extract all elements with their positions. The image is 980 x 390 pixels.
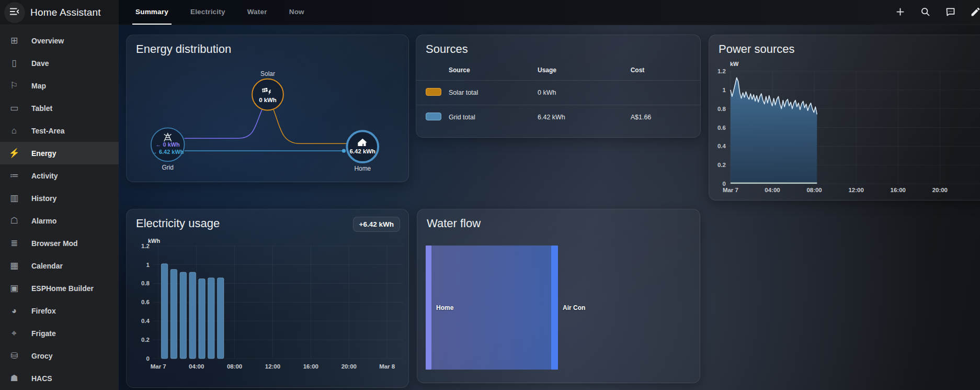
svg-text:0.2: 0.2 [717,162,726,168]
sidebar-item-label: Grocy [31,352,52,360]
home-node-value: 6.42 kWh [350,148,376,154]
sidebar-item-overview[interactable]: ⊞Overview [0,29,119,52]
app-title: Home Assistant [30,7,101,18]
water-flow-card: Water flow Home Air Con [417,209,700,383]
electricity-bar-01:00[interactable] [170,270,177,359]
store-icon: ☗ [8,373,20,384]
svg-text:1: 1 [146,262,150,268]
chat-icon [945,6,956,19]
grid-consumed-value: → 6.42 kWh [152,149,184,155]
dashboard-icon: ⊞ [8,35,20,46]
svg-text:16:00: 16:00 [303,363,318,370]
shield-icon: ☖ [8,215,20,226]
sidebar-item-frigate[interactable]: ⌖Frigate [0,322,119,344]
electricity-bar-05:00[interactable] [208,278,214,359]
grid-node-label: Grid [162,164,174,171]
energy-distribution-card: Energy distribution Solar 0 kWh [126,35,409,182]
sidebar-item-calendar[interactable]: ▦Calendar [0,254,119,277]
sidebar-item-alarmo[interactable]: ☖Alarmo [0,209,119,232]
tab-electricity[interactable]: Electricity [187,0,229,25]
sidebar-item-map[interactable]: ⚐Map [0,74,119,97]
grid-return-value: ← 0 kWh [156,141,180,148]
svg-text:0.6: 0.6 [141,299,150,305]
edit-dashboard-button[interactable] [964,2,980,24]
sidebar-item-esphome-builder[interactable]: ▣ESPHome Builder [0,277,119,299]
svg-text:08:00: 08:00 [806,187,822,193]
electricity-usage-card: Electricity usage +6.42 kWh kWh Mar 704:… [126,209,409,388]
topbar-actions [889,0,980,25]
svg-text:1.2: 1.2 [141,243,150,249]
sidebar-toggle-button[interactable] [4,2,25,23]
usage-column-header: Usage [538,61,631,81]
sidebar-item-label: History [31,194,56,203]
search-button[interactable] [914,2,936,24]
source-column-header: Source [449,61,538,81]
sources-title: Sources [416,35,700,56]
sidebar-list: ⊞Overview▯Dave⚐Map▭Tablet⌂Test-Area⚡Ener… [0,25,119,389]
sidebar-item-label: Alarmo [31,217,56,225]
sidebar-item-hacs[interactable]: ☗HACS [0,367,119,389]
svg-text:20:00: 20:00 [932,187,948,193]
svg-text:20:00: 20:00 [341,363,357,370]
sidebar-item-label: Map [31,82,46,90]
tab-now[interactable]: Now [286,0,307,25]
flow-endpoint-dot [342,149,346,153]
electricity-bar-02:00[interactable] [180,272,186,359]
solar-to-home-flow-line [274,109,346,143]
power-sources-chart: 00.20.40.60.811.2Mar 704:0008:0012:0016:… [709,35,980,200]
sidebar-item-firefox[interactable]: ◕Firefox [0,299,119,322]
sources-card: Sources Source Usage Cost Solar total0 k… [416,35,701,138]
water-source-node[interactable] [426,246,431,370]
device-icon: ▯ [8,58,20,69]
assist-button[interactable] [939,2,961,24]
svg-text:0.2: 0.2 [141,337,150,343]
water-target-label: Air Con [563,304,585,311]
calendar-icon: ▦ [8,260,20,271]
svg-text:Mar 8: Mar 8 [379,363,395,370]
add-button[interactable] [889,2,911,24]
home-node[interactable]: 6.42 kWh Home [347,131,378,172]
sidebar-item-browser-mod[interactable]: ≣Browser Mod [0,232,119,254]
svg-text:12:00: 12:00 [265,363,280,370]
chip-icon: ▣ [8,283,20,294]
sidebar-item-energy[interactable]: ⚡Energy [0,142,119,164]
electricity-bar-04:00[interactable] [199,279,205,359]
sidebar-item-history[interactable]: ▥History [0,187,119,209]
tab-water[interactable]: Water [244,0,270,25]
energy-icon: ⚡ [8,148,20,159]
solar-node-label: Solar [260,70,275,77]
source-cost [631,81,700,105]
electricity-bar-03:00[interactable] [189,272,196,359]
map-icon: ⚐ [8,80,20,91]
svg-text:0.8: 0.8 [717,106,726,112]
sidebar-item-tablet[interactable]: ▭Tablet [0,97,119,119]
sidebar-item-grocy[interactable]: ⛁Grocy [0,344,119,367]
sidebar-item-label: Energy [31,149,56,158]
svg-text:04:00: 04:00 [189,363,204,370]
electricity-bar-06:00[interactable] [218,278,224,359]
sidebar-item-label: Frigate [31,329,56,338]
topbar: SummaryElectricityWaterNow [119,0,980,25]
sidebar-item-label: Dave [31,59,49,68]
grid-node[interactable]: ← 0 kWh → 6.42 kWh Grid [151,128,185,171]
sidebar-item-label: HACS [31,374,52,383]
home-node-circle [347,131,378,162]
solar-node[interactable]: Solar 0 kWh [252,70,283,110]
water-target-node[interactable] [551,246,558,370]
electricity-bar-00:00[interactable] [161,264,167,359]
svg-text:0.8: 0.8 [141,280,150,286]
tab-bar: SummaryElectricityWaterNow [119,0,323,25]
source-usage: 6.42 kWh [538,105,631,130]
svg-text:1.2: 1.2 [717,68,726,74]
svg-text:0.6: 0.6 [717,125,726,131]
svg-text:0.4: 0.4 [717,143,726,149]
activity-icon: ≔ [8,170,20,181]
sidebar-item-activity[interactable]: ≔Activity [0,164,119,187]
firefox-icon: ◕ [8,306,20,316]
sidebar-item-test-area[interactable]: ⌂Test-Area [0,119,119,142]
svg-text:1: 1 [723,87,726,93]
tab-summary[interactable]: Summary [132,0,172,25]
source-color-swatch [426,88,441,96]
svg-text:0: 0 [723,181,726,187]
sidebar-item-dave[interactable]: ▯Dave [0,52,119,74]
